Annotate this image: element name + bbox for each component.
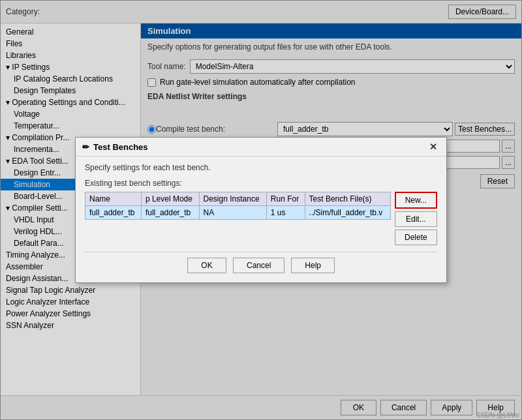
modal-cancel-button[interactable]: Cancel (233, 258, 284, 273)
table-row[interactable]: full_adder_tb full_adder_tb NA 1 us ../S… (85, 206, 391, 220)
modal-section-label: Existing test bench settings: (85, 179, 437, 188)
watermark: CSDN @LiWei (476, 412, 519, 419)
edit-button[interactable]: Edit... (395, 211, 437, 227)
modal-title: ✏ Test Benches (82, 142, 148, 152)
modal-description: Specify settings for each test bench. (85, 163, 437, 172)
col-design-instance: Design Instance (199, 192, 266, 206)
delete-button[interactable]: Delete (395, 230, 437, 245)
bench-table-wrapper: Name p Level Mode Design Instance Run Fo… (85, 192, 391, 245)
modal-bottom-buttons: OK Cancel Help (85, 252, 437, 276)
table-and-buttons: Name p Level Mode Design Instance Run Fo… (85, 192, 437, 245)
modal-close-button[interactable]: ✕ (427, 142, 440, 152)
modal-side-buttons: New... Edit... Delete (395, 192, 437, 245)
modal-body: Specify settings for each test bench. Ex… (76, 157, 446, 282)
cell-design-instance: NA (199, 206, 266, 220)
modal-overlay: ✏ Test Benches ✕ Specify settings for ea… (0, 0, 522, 420)
col-run-for: Run For (266, 192, 305, 206)
col-level-mode: p Level Mode (141, 192, 199, 206)
cell-run-for: 1 us (266, 206, 305, 220)
test-benches-dialog: ✏ Test Benches ✕ Specify settings for ea… (75, 137, 447, 283)
modal-help-button[interactable]: Help (291, 258, 335, 273)
col-name: Name (85, 192, 142, 206)
cell-name: full_adder_tb (85, 206, 142, 220)
col-test-bench-files: Test Bench File(s) (305, 192, 390, 206)
cell-test-bench-files: ../Sim/full_adder_tb.v (305, 206, 390, 220)
modal-ok-button[interactable]: OK (187, 258, 226, 273)
new-button[interactable]: New... (395, 192, 437, 209)
cell-level-mode: full_adder_tb (141, 206, 199, 220)
bench-table: Name p Level Mode Design Instance Run Fo… (85, 192, 391, 220)
modal-titlebar: ✏ Test Benches ✕ (76, 138, 446, 157)
pencil-icon: ✏ (82, 142, 89, 152)
